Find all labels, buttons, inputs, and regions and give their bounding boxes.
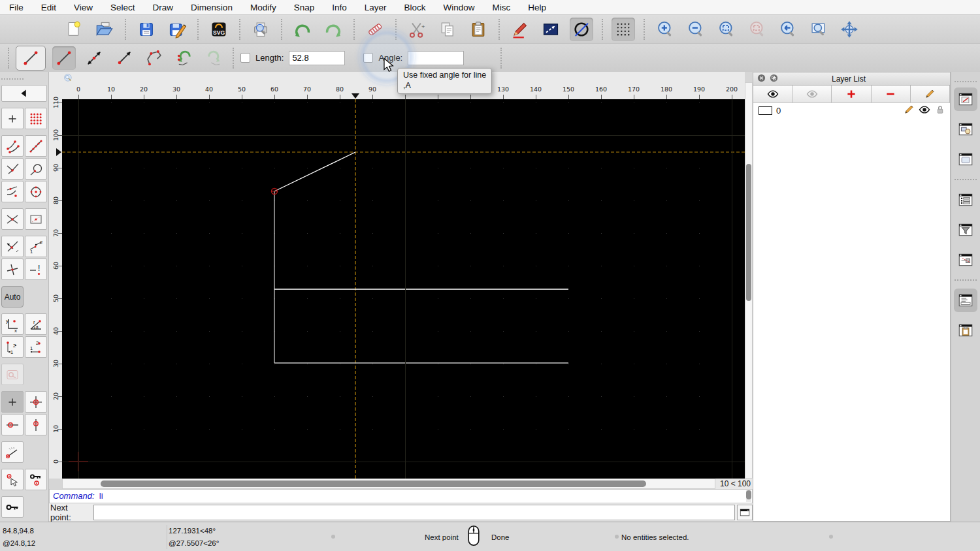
open-file-button[interactable] [93,18,116,41]
line-two-points-button[interactable] [52,46,76,70]
snap-distance-button[interactable] [1,181,24,202]
restrict-nothing-button[interactable] [1,259,24,280]
menu-draw[interactable]: Draw [153,3,174,12]
menu-window[interactable]: Window [444,3,475,12]
close-icon[interactable] [757,73,766,85]
new-document-button[interactable] [62,18,86,41]
erase-button[interactable] [363,18,387,41]
remove-layer-button[interactable] [872,86,911,102]
layer-row[interactable]: 0 [753,103,950,118]
dock-entity-list-button[interactable] [954,188,977,212]
toolbar-handle[interactable] [1,78,24,80]
relative-zero-vertical-button[interactable] [25,414,47,435]
drawing-canvas[interactable] [62,99,745,479]
toolbar-handle[interactable] [955,81,977,82]
back-button[interactable] [1,85,47,102]
snap-intersection-manual-button[interactable]: 12 [25,236,47,257]
menu-modify[interactable]: Modify [250,3,276,12]
pick-relative-zero-button[interactable] [1,469,24,490]
vertical-scroll-thumb[interactable] [746,164,751,301]
angle-gauge-button[interactable] [1,441,24,463]
export-svg-button[interactable]: SVG [207,18,231,41]
save-as-button[interactable] [165,18,189,41]
copy-button[interactable] [436,18,459,41]
length-checkbox[interactable] [240,53,250,63]
dock-block-list-button[interactable] [954,118,977,141]
edit-layer-button[interactable] [911,86,950,102]
menu-misc[interactable]: Misc [493,3,511,12]
menu-file[interactable]: File [9,3,24,12]
add-layer-button[interactable] [832,86,871,102]
snap-tangent-button[interactable] [25,158,47,180]
coordinate-cartesian-button[interactable]: yx [1,313,24,335]
zoom-selected-button[interactable] [745,18,769,41]
hide-all-layers-button[interactable] [792,86,832,102]
snap-intersection-auto-button[interactable] [1,236,24,257]
lock-icon[interactable] [934,104,946,118]
snap-endpoints-button[interactable] [1,135,24,157]
menu-view[interactable]: View [74,3,93,12]
line-angle-button[interactable] [82,46,106,70]
dock-clipboard-button[interactable] [954,319,977,342]
lock-relative-zero-button[interactable] [25,469,47,490]
menu-edit[interactable]: Edit [41,3,56,12]
redo-segment-button[interactable] [203,46,226,70]
snap-center-button[interactable] [25,181,47,202]
paste-button[interactable] [466,18,490,41]
cut-button[interactable]: + [405,18,429,41]
snap-restrict-box-button[interactable] [25,208,47,230]
lock-button[interactable] [1,496,24,518]
undock-icon[interactable] [769,73,779,85]
eye-icon[interactable] [918,103,931,118]
angle-checkbox[interactable] [363,53,373,63]
entity-visibility-button[interactable] [570,18,593,41]
dock-command-line-button[interactable] [954,289,977,312]
save-button[interactable] [135,18,158,41]
snap-grid-button[interactable] [25,108,47,129]
set-relative-zero-plus-button[interactable] [1,391,24,413]
dock-library-browser-button[interactable] [954,148,977,171]
menu-snap[interactable]: Snap [294,3,315,12]
zoom-auto-button[interactable] [715,18,738,41]
snap-intersection-button[interactable] [1,208,24,230]
snap-nearest-button[interactable] [1,158,24,180]
restrict-orthogonal-button[interactable]: ! [25,259,47,280]
keyboard-toggle-button[interactable] [737,505,753,520]
canvas-vertical-scrollbar[interactable] [745,82,753,479]
angle-input[interactable] [408,51,464,65]
menu-layer[interactable]: Layer [365,3,387,12]
command-scroll-thumb[interactable] [746,490,751,499]
zoom-window-button[interactable] [807,18,830,41]
set-relative-zero-button[interactable] [25,391,47,413]
command-input[interactable] [93,505,736,520]
layer-color-swatch[interactable] [759,106,772,115]
zoom-previous-button[interactable] [776,18,800,41]
command-scrollbar[interactable] [746,490,751,502]
zoom-in-button[interactable] [653,18,677,41]
menu-dimension[interactable]: Dimension [191,3,233,12]
snap-free-button[interactable] [1,108,24,129]
length-input[interactable] [289,51,345,65]
print-preview-button[interactable] [249,18,272,41]
menu-help[interactable]: Help [528,3,546,12]
menu-select[interactable]: Select [110,3,135,12]
horizontal-scroll-thumb[interactable] [101,480,646,487]
canvas-horizontal-scrollbar[interactable] [62,479,715,489]
tool-indicator-button[interactable] [16,46,46,71]
exclusive-snap-button[interactable] [1,364,24,385]
pen-attributes-button[interactable] [508,18,532,41]
coordinate-relative-button[interactable]: 12 [1,336,24,358]
zoom-out-button[interactable] [684,18,708,41]
menu-info[interactable]: Info [332,3,347,12]
dock-tool-options-button[interactable] [954,248,977,272]
snap-on-entity-button[interactable] [25,135,47,157]
undo-button[interactable] [291,18,314,41]
entity-attributes-button[interactable] [539,18,563,41]
grid-toggle-button[interactable] [612,18,635,41]
coordinate-absolute-button[interactable]: 12 [25,336,47,358]
relative-zero-horizontal-button[interactable] [1,414,24,435]
show-all-layers-button[interactable] [753,86,792,102]
pencil-icon[interactable] [903,104,915,118]
polyline-button[interactable] [142,46,166,70]
coordinate-polar-button[interactable]: ra [25,313,47,335]
